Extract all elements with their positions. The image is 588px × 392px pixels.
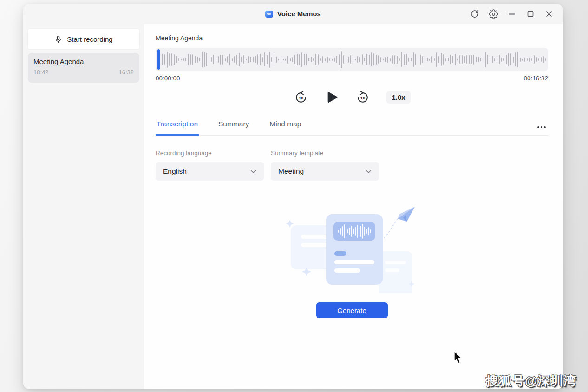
start-recording-label: Start recording [67, 35, 112, 43]
app-title: Voice Memos [277, 10, 321, 18]
forward-10-icon: 10 [356, 90, 370, 104]
memo-list-item[interactable]: Meeting Agenda 18:42 16:32 [28, 53, 139, 83]
settings-button[interactable] [486, 7, 501, 21]
options-form: Recording language English Summary templ… [156, 150, 548, 181]
language-field: Recording language English [156, 150, 264, 181]
tab-mind-map[interactable]: Mind map [268, 117, 302, 136]
rewind-10-button[interactable]: 10 [293, 89, 309, 105]
memo-title: Meeting Agenda [33, 58, 134, 65]
titlebar: Voice Memos [23, 4, 563, 24]
app-logo-icon [265, 11, 273, 18]
memo-time: 18:42 [33, 69, 49, 76]
language-label: Recording language [156, 150, 264, 157]
start-recording-button[interactable]: Start recording [28, 29, 139, 49]
playback-controls: 10 10 [156, 89, 548, 105]
empty-state: Generate [156, 181, 548, 318]
template-field: Summary template Meeting [271, 150, 379, 181]
language-select[interactable]: English [156, 162, 264, 181]
forward-10-button[interactable]: 10 [355, 89, 371, 105]
main-panel: Meeting Agenda 00:00:00 00:16:32 10 [144, 24, 563, 389]
close-button[interactable] [542, 7, 556, 21]
template-select[interactable]: Meeting [271, 162, 379, 181]
current-time-label: 00:00:00 [156, 75, 180, 82]
refresh-icon [470, 9, 479, 19]
window-body: Start recording Meeting Agenda 18:42 16:… [23, 24, 563, 389]
generate-button[interactable]: Generate [316, 302, 388, 318]
chevron-down-icon [250, 170, 256, 174]
template-label: Summary template [271, 150, 379, 157]
tab-summary[interactable]: Summary [217, 117, 250, 136]
svg-text:10: 10 [299, 95, 304, 100]
time-row: 00:00:00 00:16:32 [156, 75, 548, 82]
maximize-button[interactable] [523, 7, 538, 21]
playhead-handle[interactable] [157, 49, 160, 70]
template-value: Meeting [278, 167, 304, 176]
empty-state-illustration [282, 201, 422, 295]
minimize-button[interactable] [504, 7, 519, 21]
play-button[interactable] [325, 90, 339, 105]
microphone-icon [54, 35, 62, 43]
paper-plane [398, 207, 415, 222]
memo-duration: 16:32 [118, 69, 134, 76]
sidebar: Start recording Meeting Agenda 18:42 16:… [23, 24, 144, 389]
ellipsis-icon [537, 126, 546, 129]
tabs-row: Transcription Summary Mind map [156, 117, 548, 136]
play-icon [326, 91, 338, 104]
app-window: Voice Memos [23, 4, 563, 389]
waveform-bars [162, 48, 545, 71]
chevron-down-icon [366, 170, 372, 174]
refresh-button[interactable] [467, 7, 482, 21]
playback-speed-button[interactable]: 1.0x [386, 91, 410, 104]
minimize-icon [508, 10, 516, 18]
tab-transcription[interactable]: Transcription [156, 117, 199, 136]
close-icon [545, 10, 553, 18]
language-value: English [163, 167, 187, 176]
waveform-seekbar[interactable] [156, 48, 548, 71]
memo-meta: 18:42 16:32 [33, 69, 134, 76]
total-time-label: 00:16:32 [523, 75, 548, 82]
player-title: Meeting Agenda [156, 34, 548, 42]
titlebar-actions [467, 7, 563, 21]
maximize-icon [526, 10, 535, 18]
gear-icon [489, 9, 498, 19]
rewind-10-icon: 10 [294, 90, 308, 104]
more-menu-button[interactable] [535, 123, 548, 135]
svg-text:10: 10 [360, 95, 366, 100]
watermark: 搜狐号@深圳湾 [486, 372, 576, 389]
